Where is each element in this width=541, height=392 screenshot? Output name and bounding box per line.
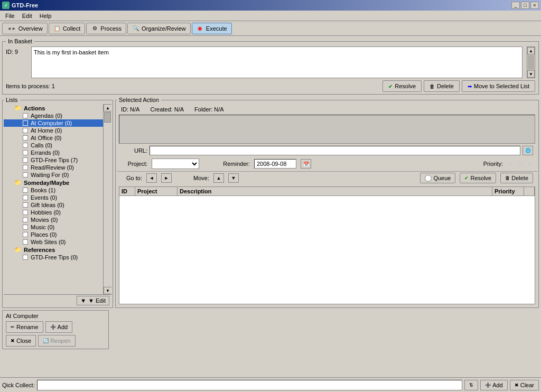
- scroll-down-arrow[interactable]: ▼: [527, 70, 535, 78]
- minimize-button[interactable]: _: [511, 2, 520, 9]
- in-basket-title: In Basket: [6, 38, 34, 44]
- category-actions[interactable]: 📁 Actions: [4, 104, 103, 112]
- places-checkbox[interactable]: [23, 232, 28, 237]
- organize-icon: 🔍: [132, 25, 139, 32]
- list-item-events[interactable]: Events (0): [4, 194, 103, 201]
- read-review-checkbox[interactable]: [23, 165, 28, 170]
- list-item-calls[interactable]: Calls (0): [4, 142, 103, 149]
- list-item-movies[interactable]: Movies (0): [4, 216, 103, 223]
- music-checkbox[interactable]: [23, 225, 28, 230]
- menu-help[interactable]: Help: [36, 12, 55, 20]
- list-item-gtd-tips[interactable]: GTD-Free Tips (7): [4, 156, 103, 164]
- main-content: Lists 📁 Actions Agendas (0) At Computer …: [2, 97, 539, 308]
- move-to-selected-button[interactable]: ➡ Move to Selected List: [462, 80, 535, 92]
- priority-star-3[interactable]: ★: [527, 160, 533, 167]
- reminder-calendar-button[interactable]: 📅: [301, 159, 311, 169]
- status-scrollbar-button[interactable]: ⇅: [464, 380, 478, 390]
- list-item-at-office[interactable]: At Office (0): [4, 134, 103, 142]
- at-computer-checkbox[interactable]: [23, 120, 28, 126]
- delete-button[interactable]: 🗑 Delete: [424, 80, 460, 92]
- list-item-agendas[interactable]: Agendas (0): [4, 112, 103, 119]
- lists-scroll-track[interactable]: [104, 111, 111, 287]
- th-priority: Priority: [492, 187, 524, 195]
- list-item-waiting[interactable]: Waiting For (0): [4, 171, 103, 179]
- list-item-music[interactable]: Music (0): [4, 223, 103, 231]
- tab-execute[interactable]: ◉ Execute: [192, 23, 232, 34]
- goto-prev-button[interactable]: ◄: [146, 173, 157, 183]
- close-button[interactable]: ×: [530, 2, 539, 9]
- lists-scroll-thumb[interactable]: [104, 112, 111, 123]
- lists-scrollbar[interactable]: ▲ ▼: [103, 104, 111, 294]
- lists-scroll-down[interactable]: ▼: [104, 287, 111, 294]
- add-button[interactable]: ➕ Add: [45, 321, 73, 333]
- category-someday[interactable]: 📁 Someday/Maybe: [4, 179, 103, 186]
- events-checkbox[interactable]: [23, 195, 28, 200]
- waiting-checkbox[interactable]: [23, 172, 28, 178]
- list-item-places[interactable]: Places (0): [4, 231, 103, 238]
- url-go-button[interactable]: 🌐: [523, 146, 533, 155]
- priority-star-1[interactable]: ★: [507, 160, 513, 167]
- list-item-web-sites[interactable]: Web Sites (0): [4, 238, 103, 246]
- close-button[interactable]: ✖ Close: [6, 335, 36, 347]
- list-item-books[interactable]: Books (1): [4, 186, 103, 194]
- queue-radio[interactable]: [425, 175, 432, 182]
- status-add-button[interactable]: ➕ Add: [480, 380, 508, 390]
- scroll-thumb[interactable]: [528, 55, 534, 70]
- tab-process[interactable]: ⚙ Process: [86, 23, 126, 34]
- movies-checkbox[interactable]: [23, 217, 28, 222]
- queue-button[interactable]: Queue: [420, 173, 455, 183]
- move-up-button[interactable]: ▲: [213, 173, 224, 183]
- gift-ideas-checkbox[interactable]: [23, 202, 28, 208]
- calls-checkbox[interactable]: [23, 143, 28, 148]
- priority-star-2[interactable]: ★: [517, 160, 523, 167]
- category-references[interactable]: 📁 References: [4, 246, 103, 254]
- status-clear-button[interactable]: ✖ Clear: [510, 380, 539, 390]
- resolve-icon: ✔: [388, 83, 393, 89]
- basket-id-label: ID: 9: [6, 46, 27, 55]
- menu-file[interactable]: File: [2, 12, 18, 20]
- tab-collect[interactable]: 📋 Collect: [49, 23, 86, 34]
- list-item-gtd-tips-ref[interactable]: GTD-Free Tips (0): [4, 254, 103, 261]
- sa-resolve-button[interactable]: ✔ Resolve: [460, 173, 496, 183]
- rename-button[interactable]: ✏ Rename: [6, 321, 43, 333]
- edit-button[interactable]: ▼ ▼ Edit: [77, 296, 109, 305]
- sa-delete-button[interactable]: 🗑 Delete: [500, 173, 533, 183]
- list-item-at-computer[interactable]: At Computer (0): [4, 119, 103, 127]
- delete-icon: 🗑: [430, 83, 435, 89]
- books-checkbox[interactable]: [23, 188, 28, 193]
- window-controls[interactable]: _ □ ×: [511, 2, 539, 9]
- move-down-button[interactable]: ▼: [228, 173, 239, 183]
- maximize-button[interactable]: □: [521, 2, 529, 9]
- reminder-input[interactable]: [254, 159, 296, 169]
- in-basket-section: In Basket ID: 9 This is my first in-bask…: [2, 38, 539, 95]
- tab-organize-review[interactable]: 🔍 Organize/Review: [127, 23, 191, 34]
- sa-description-area[interactable]: [119, 115, 535, 144]
- project-select[interactable]: [152, 158, 199, 169]
- list-item-gift-ideas[interactable]: Gift Ideas (0): [4, 201, 103, 209]
- at-office-checkbox[interactable]: [23, 135, 28, 141]
- sa-folder: Folder: N/A: [194, 106, 224, 113]
- tab-overview[interactable]: ◄► Overview: [2, 23, 48, 34]
- basket-textarea[interactable]: This is my first in-basket item: [31, 46, 523, 78]
- goto-next-button[interactable]: ►: [161, 173, 172, 183]
- web-sites-checkbox[interactable]: [23, 239, 28, 245]
- list-item-hobbies[interactable]: Hobbies (0): [4, 209, 103, 216]
- lists-scroll-up[interactable]: ▲: [104, 104, 111, 111]
- list-item-at-home[interactable]: At Home (0): [4, 127, 103, 134]
- basket-scrollbar[interactable]: ▲ ▼: [527, 46, 535, 78]
- list-item-read-review[interactable]: Read/Review (0): [4, 164, 103, 171]
- url-input[interactable]: [150, 146, 520, 155]
- resolve-button[interactable]: ✔ Resolve: [383, 80, 422, 92]
- menu-edit[interactable]: Edit: [19, 12, 35, 20]
- gtd-tips-ref-checkbox[interactable]: [23, 255, 28, 260]
- scroll-up-arrow[interactable]: ▲: [527, 47, 535, 54]
- hobbies-checkbox[interactable]: [23, 210, 28, 215]
- at-home-checkbox[interactable]: [23, 128, 28, 133]
- errands-checkbox[interactable]: [23, 150, 28, 155]
- gtd-tips-checkbox[interactable]: [23, 157, 28, 163]
- list-item-errands[interactable]: Errands (0): [4, 149, 103, 156]
- quick-collect-input[interactable]: [37, 380, 462, 390]
- agendas-checkbox[interactable]: [23, 113, 28, 118]
- reopen-button[interactable]: 🔄 Reopen: [38, 335, 76, 347]
- sa-resolve-icon: ✔: [464, 175, 469, 181]
